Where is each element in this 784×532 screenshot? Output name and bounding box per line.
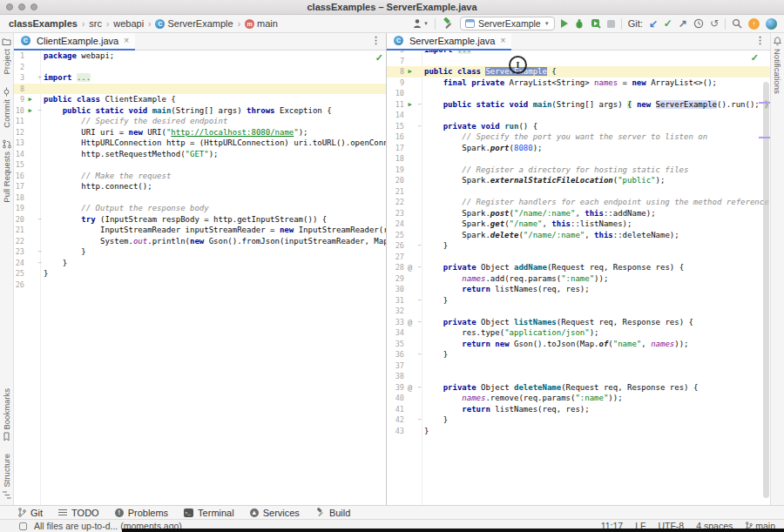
code-line[interactable]: 40 names.remove(req.params(":name"));: [387, 393, 770, 404]
code-line[interactable]: 25 Spark.delete("/name/:name", this::del…: [387, 230, 770, 241]
code-line[interactable]: 32: [387, 306, 770, 317]
breadcrumb-project[interactable]: classExamples: [9, 18, 78, 29]
line-number[interactable]: 30: [387, 284, 404, 295]
code-line[interactable]: 14: [387, 110, 770, 121]
line-number[interactable]: 16: [387, 131, 404, 143]
line-number[interactable]: 9: [387, 77, 404, 89]
build-project-hammer-icon[interactable]: [442, 17, 454, 30]
line-number[interactable]: 14: [14, 149, 24, 160]
line-number[interactable]: 13: [14, 138, 24, 149]
fold-marker[interactable]: −: [36, 246, 44, 258]
line-number[interactable]: 10: [387, 88, 404, 99]
fold-marker[interactable]: −: [416, 414, 423, 426]
code-line[interactable]: 29 names.add(req.params(":name"));: [387, 273, 770, 285]
code-line[interactable]: 42− }: [387, 414, 770, 426]
line-number[interactable]: 22: [14, 236, 24, 247]
git-push-icon[interactable]: ↗: [679, 17, 687, 30]
run-gutter-icon[interactable]: ▶: [24, 105, 36, 117]
code-line[interactable]: 30 return listNames(req, res);: [387, 284, 770, 295]
tab-serverexample[interactable]: C ServerExample.java ×: [387, 33, 511, 51]
code-line[interactable]: 17 http.connect();: [14, 181, 386, 192]
line-number[interactable]: 27: [387, 252, 404, 263]
code-line[interactable]: 16 // Specify the port you want the serv…: [387, 131, 770, 143]
inspections-ok-icon[interactable]: ✓: [751, 52, 759, 64]
code-line[interactable]: 41 return listNames(req, res);: [387, 404, 770, 415]
line-number[interactable]: 3: [14, 72, 24, 84]
line-number[interactable]: 41: [387, 404, 404, 415]
code-line[interactable]: 36− }: [387, 349, 770, 360]
line-number[interactable]: 1: [14, 51, 24, 62]
user-dropdown-icon[interactable]: ▼: [413, 17, 429, 30]
code-line[interactable]: 43}: [387, 426, 770, 437]
line-number[interactable]: 29: [387, 273, 404, 285]
line-number[interactable]: 42: [387, 414, 404, 426]
line-number[interactable]: 20: [387, 175, 404, 186]
line-number[interactable]: 34: [387, 327, 404, 339]
sidebar-item-bookmarks[interactable]: Bookmarks: [2, 388, 11, 442]
fold-marker[interactable]: −: [416, 349, 423, 360]
line-number[interactable]: 38: [387, 371, 404, 382]
line-number[interactable]: 22: [387, 197, 404, 208]
code-line[interactable]: 35 return new Gson().toJson(Map.of("name…: [387, 339, 770, 350]
line-number[interactable]: 19: [387, 165, 404, 176]
code-line[interactable]: 26: [14, 279, 386, 291]
line-number[interactable]: 28: [387, 262, 404, 273]
fold-marker[interactable]: −: [416, 262, 423, 273]
code-line[interactable]: 16 // Make the request: [14, 171, 386, 182]
fold-marker[interactable]: −: [416, 240, 423, 252]
line-number[interactable]: 24: [14, 258, 24, 269]
run-gutter-icon[interactable]: ▶: [404, 66, 416, 77]
code-line[interactable]: 18: [387, 153, 770, 165]
code-line[interactable]: 11▶− public static void main(String[] ar…: [387, 99, 770, 111]
code-line[interactable]: 14 http.setRequestMethod("GET");: [14, 149, 386, 160]
search-everywhere-icon[interactable]: [732, 17, 742, 30]
sidebar-item-structure[interactable]: Structure: [2, 454, 11, 500]
vertical-scrollbar[interactable]: [763, 82, 769, 498]
code-line[interactable]: 7: [387, 56, 770, 67]
line-number[interactable]: 8: [387, 66, 404, 77]
code-line[interactable]: 3+import ...: [14, 72, 386, 84]
code-line[interactable]: 38: [387, 371, 770, 382]
line-number[interactable]: 11: [387, 99, 404, 111]
line-number[interactable]: 9: [14, 94, 24, 105]
toolwindow-todo[interactable]: TODO: [58, 508, 99, 518]
line-number[interactable]: 36: [387, 349, 404, 360]
left-editor[interactable]: 1package webapi;23+import ...89▶public c…: [14, 51, 386, 505]
code-line[interactable]: 21: [387, 186, 770, 198]
code-line[interactable]: 34 res.type("application/json");: [387, 327, 770, 339]
code-line[interactable]: 37: [387, 360, 770, 372]
code-line[interactable]: 26− }: [387, 240, 770, 252]
line-number[interactable]: 19: [14, 203, 24, 214]
code-line[interactable]: 8: [14, 84, 386, 95]
rollback-icon[interactable]: ↺: [710, 17, 719, 30]
line-number[interactable]: 14: [387, 110, 404, 121]
code-line[interactable]: 20− try (InputStream respBody = http.get…: [14, 214, 386, 226]
line-number[interactable]: 15: [387, 121, 404, 132]
line-number[interactable]: 25: [387, 230, 404, 241]
run-config-select[interactable]: ServerExample ▼: [460, 17, 555, 30]
code-line[interactable]: 8▶public class ServerExample {: [387, 66, 770, 77]
right-editor[interactable]: 5import ...78▶public class ServerExample…: [387, 51, 770, 505]
code-line[interactable]: 33@− private Object listNames(Request re…: [387, 317, 770, 328]
code-line[interactable]: 20 Spark.externalStaticFileLocation("pub…: [387, 175, 770, 186]
tab-options-icon[interactable]: ⋮: [371, 35, 381, 46]
code-line[interactable]: 9▶public class ClientExample {: [14, 94, 386, 105]
code-line[interactable]: 24 Spark.get("/name", this::listNames);: [387, 219, 770, 230]
fold-marker[interactable]: −: [416, 317, 423, 328]
code-line[interactable]: 17 Spark.port(8080);: [387, 143, 770, 154]
line-number[interactable]: 32: [387, 306, 404, 317]
toolwindow-build[interactable]: Build: [315, 508, 350, 518]
line-number[interactable]: 2: [14, 62, 24, 73]
breadcrumb-package[interactable]: webapi: [113, 18, 144, 29]
close-tab-icon[interactable]: ×: [500, 36, 505, 45]
code-line[interactable]: 23 Spark.post("/name/:name", this::addNa…: [387, 208, 770, 219]
code-line[interactable]: 1package webapi;: [14, 51, 386, 62]
fold-marker[interactable]: −: [416, 382, 423, 394]
line-number[interactable]: 35: [387, 339, 404, 350]
code-line[interactable]: 13 HttpURLConnection http = (HttpURLConn…: [14, 138, 386, 149]
update-available-icon[interactable]: ↑: [748, 18, 760, 30]
code-line[interactable]: 9 final private ArrayList<String> names …: [387, 77, 770, 89]
toolwindow-terminal[interactable]: >_ Terminal: [184, 508, 234, 518]
line-number[interactable]: 26: [387, 240, 404, 252]
code-line[interactable]: 15: [14, 159, 386, 171]
